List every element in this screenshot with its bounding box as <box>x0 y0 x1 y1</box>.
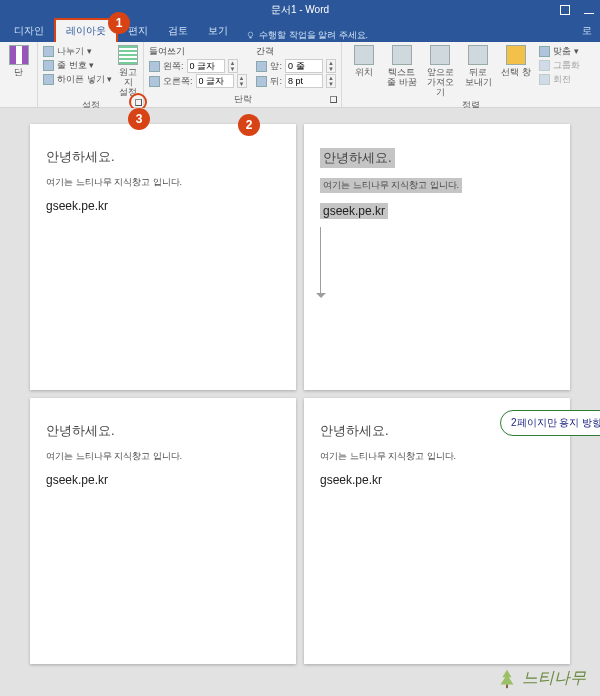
indent-left-icon <box>149 61 160 72</box>
window-controls <box>560 5 594 15</box>
selection-pane-button[interactable]: 선택 창 <box>499 45 533 77</box>
group-page-setup: 나누기 ▾ 줄 번호 ▾ 하이픈 넣기 ▾ 원고지 설정 설정 <box>38 42 144 107</box>
spacing-before-input[interactable] <box>285 59 323 73</box>
breaks-button[interactable]: 나누기 ▾ <box>43 45 112 58</box>
ribbon-display-icon[interactable] <box>560 5 570 15</box>
tab-design[interactable]: 디자인 <box>4 20 54 42</box>
tab-review[interactable]: 검토 <box>158 20 198 42</box>
spacing-after-icon <box>256 76 267 87</box>
ribbon-tabs: 디자인 레이아웃 편지 검토 보기 수행할 작업을 알려 주세요. 로 <box>0 20 600 42</box>
cursor-arrow-icon <box>320 227 321 297</box>
wrap-text-button[interactable]: 텍스트 줄 바꿈 <box>385 45 419 87</box>
send-backward-button[interactable]: 뒤로 보내기 <box>461 45 495 87</box>
indent-label: 들여쓰기 <box>149 45 246 58</box>
document-canvas: 2 안녕하세요. 여기는 느티나무 지식창고 입니다. gseek.pe.kr … <box>0 108 600 696</box>
send-backward-icon <box>468 45 488 65</box>
bring-forward-icon <box>430 45 450 65</box>
page-body: 여기는 느티나무 지식창고 입니다. <box>320 450 554 463</box>
spinner[interactable]: ▲▼ <box>237 74 247 88</box>
page-url: gseek.pe.kr <box>320 203 388 219</box>
indent-right-input[interactable] <box>196 74 234 88</box>
group-arrange: 위치 텍스트 줄 바꿈 앞으로 가져오기 뒤로 보내기 선택 창 맞춤 ▾ 그룹… <box>342 42 600 107</box>
rotate-icon <box>539 74 550 85</box>
line-numbers-icon <box>43 60 54 71</box>
manuscript-icon <box>118 45 138 65</box>
watermark: 느티나무 <box>496 668 586 690</box>
ribbon: 단 나누기 ▾ 줄 번호 ▾ 하이픈 넣기 ▾ 원고지 설정 설정 들여쓰기 <box>0 42 600 108</box>
spacing-before-icon <box>256 61 267 72</box>
indent-left-input[interactable] <box>187 59 225 73</box>
spinner[interactable]: ▲▼ <box>326 74 336 88</box>
page-body: 여기는 느티나무 지식창고 입니다. <box>46 450 280 463</box>
page-heading: 안녕하세요. <box>46 148 280 166</box>
paragraph-group-label: 단락 <box>149 91 336 106</box>
tell-me-search[interactable]: 수행할 작업을 알려 주세요. <box>238 29 368 42</box>
page-heading: 안녕하세요. <box>46 422 280 440</box>
page-body: 여기는 느티나무 지식창고 입니다. <box>46 176 280 189</box>
page-url: gseek.pe.kr <box>46 473 280 487</box>
wrap-text-icon <box>392 45 412 65</box>
signin-hint[interactable]: 로 <box>572 20 600 42</box>
align-button[interactable]: 맞춤 ▾ <box>539 45 580 58</box>
svg-rect-1 <box>506 685 508 689</box>
indent-left[interactable]: 왼쪽: ▲▼ <box>149 59 246 73</box>
minimize-icon[interactable] <box>584 13 594 14</box>
page-2[interactable]: 안녕하세요. 여기는 느티나무 지식창고 입니다. gseek.pe.kr <box>304 124 570 390</box>
position-button[interactable]: 위치 <box>347 45 381 77</box>
page-4[interactable]: 안녕하세요. 여기는 느티나무 지식창고 입니다. gseek.pe.kr <box>304 398 570 664</box>
align-icon <box>539 46 550 57</box>
indent-right[interactable]: 오른쪽: ▲▼ <box>149 74 246 88</box>
tab-view[interactable]: 보기 <box>198 20 238 42</box>
tree-icon <box>496 668 518 690</box>
spacing-before[interactable]: 앞: ▲▼ <box>256 59 336 73</box>
page-url: gseek.pe.kr <box>320 473 554 487</box>
rotate-button[interactable]: 회전 <box>539 73 580 86</box>
group-icon <box>539 60 550 71</box>
page-body: 여기는 느티나무 지식창고 입니다. <box>320 178 462 193</box>
spacing-after[interactable]: 뒤: ▲▼ <box>256 74 336 88</box>
group-paragraph: 들여쓰기 왼쪽: ▲▼ 오른쪽: ▲▼ 간격 앞: <box>144 42 342 107</box>
page-3[interactable]: 안녕하세요. 여기는 느티나무 지식창고 입니다. gseek.pe.kr <box>30 398 296 664</box>
spacing-label: 간격 <box>256 45 336 58</box>
paragraph-launcher[interactable] <box>327 93 339 105</box>
spacing-after-input[interactable] <box>285 74 323 88</box>
indent-right-icon <box>149 76 160 87</box>
selection-pane-icon <box>506 45 526 65</box>
bring-forward-button[interactable]: 앞으로 가져오기 <box>423 45 457 97</box>
window-title: 문서1 - Word <box>271 3 329 17</box>
position-icon <box>354 45 374 65</box>
group-objects-button[interactable]: 그룹화 <box>539 59 580 72</box>
hyphenation-icon <box>43 74 54 85</box>
page-1[interactable]: 안녕하세요. 여기는 느티나무 지식창고 입니다. gseek.pe.kr <box>30 124 296 390</box>
manuscript-button[interactable]: 원고지 설정 <box>118 45 138 97</box>
annotation-speech-bubble: 2페이지만 용지 방향을 가로로 <box>500 410 600 436</box>
line-numbers-button[interactable]: 줄 번호 ▾ <box>43 59 112 72</box>
page-url: gseek.pe.kr <box>46 199 280 213</box>
page-heading: 안녕하세요. <box>320 148 395 168</box>
hyphenation-button[interactable]: 하이픈 넣기 ▾ <box>43 73 112 86</box>
columns-icon <box>9 45 29 65</box>
callout-2: 2 <box>238 114 260 136</box>
breaks-icon <box>43 46 54 57</box>
titlebar: 문서1 - Word <box>0 0 600 20</box>
lightbulb-icon <box>246 31 255 40</box>
spinner[interactable]: ▲▼ <box>228 59 238 73</box>
page-grid: 안녕하세요. 여기는 느티나무 지식창고 입니다. gseek.pe.kr 안녕… <box>30 124 570 664</box>
svg-point-0 <box>248 32 253 37</box>
group-columns: 단 <box>0 42 38 107</box>
columns-button[interactable]: 단 <box>5 45 32 77</box>
callout-1: 1 <box>108 12 130 34</box>
columns-label: 단 <box>14 67 23 77</box>
callout-3: 3 <box>128 108 150 130</box>
tell-me-label: 수행할 작업을 알려 주세요. <box>259 29 368 42</box>
spinner[interactable]: ▲▼ <box>326 59 336 73</box>
